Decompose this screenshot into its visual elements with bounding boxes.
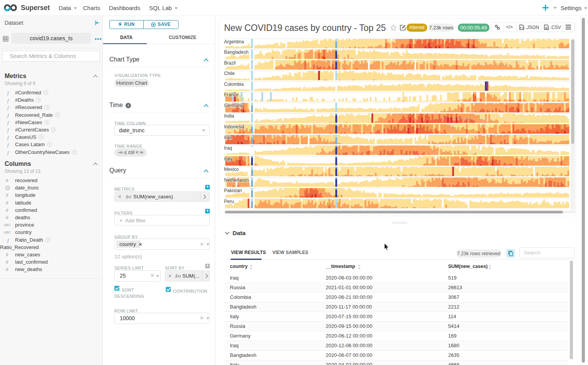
svg-text:Chile: Chile [224, 71, 235, 76]
svg-text:Brazil: Brazil [224, 60, 236, 66]
svg-text:Bangladesh: Bangladesh [224, 49, 248, 55]
svg-text:Colombia: Colombia [224, 82, 244, 87]
svg-text:Iraq: Iraq [224, 145, 232, 151]
svg-text:India: India [224, 113, 234, 119]
svg-text:Peru: Peru [224, 199, 234, 204]
svg-text:Italy: Italy [224, 156, 233, 162]
svg-text:Argentina: Argentina [224, 39, 244, 44]
svg-text:Pakistan: Pakistan [224, 188, 242, 193]
svg-text:Mexico: Mexico [224, 167, 239, 172]
svg-text:Iran: Iran [224, 135, 232, 140]
svg-text:Indonesia: Indonesia [224, 124, 244, 130]
svg-text:Germany: Germany [224, 103, 243, 108]
svg-text:Netherlands: Netherlands [224, 177, 249, 183]
svg-text:France: France [224, 92, 239, 97]
